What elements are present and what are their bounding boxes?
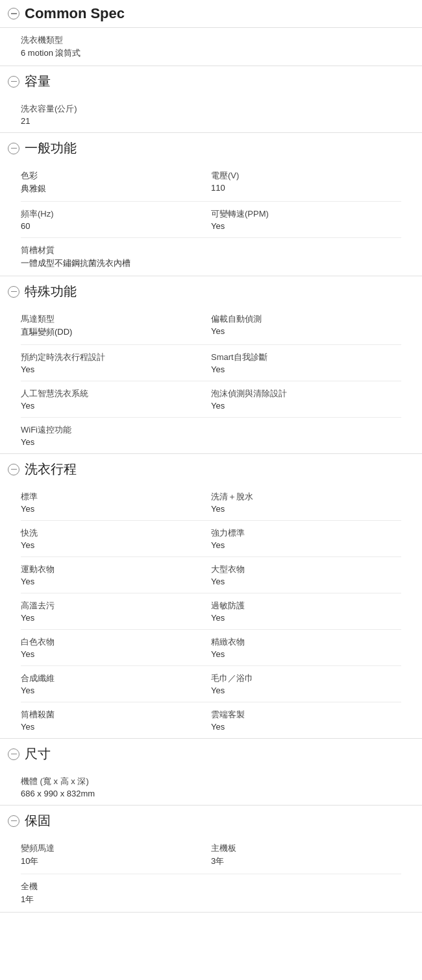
spec-rows-special: 馬達類型直驅變頻(DD)偏載自動偵測Yes預約定時洗衣行程設計YesSmart自… — [0, 307, 422, 453]
spec-col: 可變轉速(PPM)Yes — [211, 208, 401, 231]
spec-label: 快洗 — [21, 527, 211, 539]
spec-value: Yes — [211, 540, 401, 550]
spec-value: Yes — [21, 365, 211, 374]
spec-label: 頻率(Hz) — [21, 208, 211, 220]
section-capacity: 容量洗衣容量(公斤)21 — [0, 66, 422, 133]
spec-label: 運動衣物 — [21, 564, 211, 575]
spec-row: 白色衣物Yes精緻衣物Yes — [21, 630, 401, 666]
collapse-icon-capacity[interactable] — [8, 76, 19, 88]
spec-row: 合成纖維Yes毛巾／浴巾Yes — [21, 666, 401, 702]
spec-label: 洗衣容量(公斤) — [21, 103, 401, 115]
spec-rows-warranty: 變頻馬達10年主機板3年全機1年 — [0, 836, 422, 912]
spec-label: 合成纖維 — [21, 673, 211, 684]
collapse-icon[interactable] — [8, 8, 19, 19]
spec-col: 大型衣物Yes — [211, 564, 401, 586]
spec-value: Yes — [21, 577, 211, 586]
section-header-program: 洗衣行程 — [0, 454, 422, 484]
spec-label: 全機 — [21, 881, 401, 892]
spec-label: 標準 — [21, 491, 211, 503]
spec-value: 一體成型不鏽鋼抗菌洗衣內槽 — [21, 257, 401, 269]
page-title: Common Spec — [25, 5, 125, 22]
spec-rows-program: 標準Yes洗清＋脫水Yes快洗Yes強力標準Yes運動衣物Yes大型衣物Yes高… — [0, 484, 422, 738]
spec-col: 電壓(V)110 — [211, 170, 401, 195]
spec-col: 洗清＋脫水Yes — [211, 491, 401, 514]
spec-value: 60 — [21, 221, 211, 231]
collapse-icon-special[interactable] — [8, 286, 19, 298]
section-header-capacity: 容量 — [0, 66, 422, 97]
spec-col: 運動衣物Yes — [21, 564, 211, 586]
spec-col: 精緻衣物Yes — [211, 636, 401, 659]
spec-col: 合成纖維Yes — [21, 673, 211, 695]
spec-col: 過敏防護Yes — [211, 600, 401, 623]
spec-label: 雲端客製 — [211, 709, 401, 721]
spec-row: 機體 (寬 x 高 x 深)686 x 990 x 832mm — [21, 769, 401, 805]
spec-row: 馬達類型直驅變頻(DD)偏載自動偵測Yes — [21, 307, 401, 345]
section-title-program: 洗衣行程 — [25, 460, 77, 478]
section-header-warranty: 保固 — [0, 806, 422, 836]
spec-value: 1年 — [21, 894, 401, 905]
washer-type-label: 洗衣機類型 — [21, 34, 401, 46]
spec-row: 頻率(Hz)60可變轉速(PPM)Yes — [21, 202, 401, 238]
washer-type-value: 6 motion 滾筒式 — [21, 47, 401, 59]
spec-col: 強力標準Yes — [211, 527, 401, 550]
spec-col: 全機1年 — [21, 881, 401, 905]
section-title-general: 一般功能 — [25, 139, 77, 157]
spec-row: 運動衣物Yes大型衣物Yes — [21, 557, 401, 593]
spec-value: Yes — [21, 649, 211, 659]
spec-value: 典雅銀 — [21, 183, 211, 195]
spec-label: 泡沫偵測與清除設計 — [211, 388, 401, 400]
collapse-icon-program[interactable] — [8, 464, 19, 475]
spec-value: Yes — [211, 326, 401, 336]
spec-col: Smart自我診斷Yes — [211, 352, 401, 374]
spec-value: Yes — [211, 686, 401, 695]
spec-label: 偏載自動偵測 — [211, 313, 401, 325]
spec-col: 主機板3年 — [211, 843, 401, 867]
spec-col: 洗衣容量(公斤)21 — [21, 103, 401, 126]
section-header-general: 一般功能 — [0, 133, 422, 163]
spec-label: 色彩 — [21, 170, 211, 182]
collapse-icon-warranty[interactable] — [8, 815, 19, 827]
spec-value: Yes — [211, 221, 401, 231]
section-general: 一般功能色彩典雅銀電壓(V)110頻率(Hz)60可變轉速(PPM)Yes筒槽材… — [0, 133, 422, 276]
spec-label: 機體 (寬 x 高 x 深) — [21, 776, 401, 787]
spec-value: 3年 — [211, 855, 401, 867]
spec-label: 高溫去污 — [21, 600, 211, 612]
spec-col: 偏載自動偵測Yes — [211, 313, 401, 338]
spec-value: 110 — [211, 183, 401, 193]
spec-row: 全機1年 — [21, 874, 401, 912]
spec-value: Yes — [211, 722, 401, 732]
section-header-size: 尺寸 — [0, 739, 422, 769]
spec-row: 快洗Yes強力標準Yes — [21, 521, 401, 557]
spec-col: 白色衣物Yes — [21, 636, 211, 659]
spec-value: 10年 — [21, 855, 211, 867]
collapse-icon-size[interactable] — [8, 748, 19, 760]
spec-row: 筒槽材質一體成型不鏽鋼抗菌洗衣內槽 — [21, 238, 401, 276]
spec-row: 人工智慧洗衣系統Yes泡沫偵測與清除設計Yes — [21, 381, 401, 418]
spec-value: 直驅變頻(DD) — [21, 326, 211, 338]
spec-label: 大型衣物 — [211, 564, 401, 575]
spec-row: 變頻馬達10年主機板3年 — [21, 836, 401, 874]
spec-value: Yes — [211, 649, 401, 659]
spec-col: 毛巾／浴巾Yes — [211, 673, 401, 695]
spec-value: Yes — [21, 722, 211, 732]
section-special: 特殊功能馬達類型直驅變頻(DD)偏載自動偵測Yes預約定時洗衣行程設計YesSm… — [0, 276, 422, 454]
collapse-icon-general[interactable] — [8, 143, 19, 154]
spec-col: 泡沫偵測與清除設計Yes — [211, 388, 401, 411]
spec-value: Yes — [211, 577, 401, 586]
spec-value: Yes — [211, 365, 401, 374]
spec-label: 強力標準 — [211, 527, 401, 539]
section-title-special: 特殊功能 — [25, 283, 77, 300]
spec-value: Yes — [21, 504, 211, 514]
spec-col: 標準Yes — [21, 491, 211, 514]
section-warranty: 保固變頻馬達10年主機板3年全機1年 — [0, 806, 422, 913]
spec-rows-general: 色彩典雅銀電壓(V)110頻率(Hz)60可變轉速(PPM)Yes筒槽材質一體成… — [0, 163, 422, 276]
spec-value: Yes — [211, 613, 401, 623]
spec-label: 主機板 — [211, 843, 401, 854]
spec-col: 馬達類型直驅變頻(DD) — [21, 313, 211, 338]
spec-label: 精緻衣物 — [211, 636, 401, 648]
spec-row: 洗衣容量(公斤)21 — [21, 97, 401, 132]
spec-row: 標準Yes洗清＋脫水Yes — [21, 484, 401, 521]
spec-row: 預約定時洗衣行程設計YesSmart自我診斷Yes — [21, 345, 401, 381]
spec-value: Yes — [21, 401, 211, 411]
section-size: 尺寸機體 (寬 x 高 x 深)686 x 990 x 832mm — [0, 739, 422, 806]
